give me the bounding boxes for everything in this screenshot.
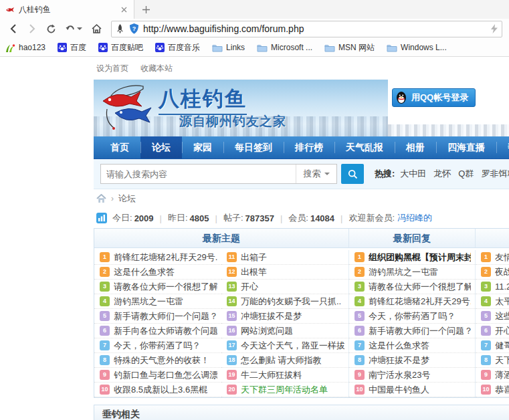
nav-live[interactable]: 四海直播 — [436, 136, 496, 159]
extra-list-item[interactable]: 8天下渔 — [476, 353, 509, 368]
nav-album[interactable]: 相册 — [395, 136, 436, 159]
set-home-link[interactable]: 设为首页 — [94, 63, 128, 74]
reply-list-item[interactable]: 6新手请教大师们一个问题？ — [349, 324, 475, 338]
extra-list-item[interactable]: 5这些是 — [476, 309, 509, 324]
topic-list-item[interactable]: 11出箱子 — [221, 250, 348, 265]
add-favorite-link[interactable]: 收藏本站 — [138, 63, 173, 74]
rank-badge: 8 — [354, 355, 365, 365]
nav-home[interactable]: 首页 — [99, 136, 140, 159]
reply-list-item[interactable]: 1组织团购黑棍【预计周末封.. — [349, 250, 475, 265]
back-button[interactable] — [4, 20, 23, 37]
topic-list-item[interactable]: 9钓新口鱼与老口鱼怎么调漂 — [94, 368, 221, 383]
hot-search-link[interactable]: 罗非饵料配方 — [481, 168, 509, 180]
topic-list-item[interactable]: 5新手请教大师们一个问题？ — [94, 309, 221, 324]
rank-badge: 18 — [227, 355, 237, 365]
baidu-paw-icon — [155, 43, 165, 52]
nav-weather[interactable]: 天气乱报 — [334, 136, 395, 159]
topic-list-item[interactable]: 16网站浏览问题 — [221, 324, 348, 338]
header-latest-replies[interactable]: 最新回复 — [348, 229, 475, 247]
speed-mode-rocket-icon[interactable] — [116, 24, 124, 34]
bookmark-folder-msn[interactable]: MSN 网站 — [324, 42, 375, 54]
hot-search-link[interactable]: 大中田 — [400, 168, 426, 180]
topic-list-item[interactable]: 3请教各位大师一个很想了解.. — [94, 280, 221, 294]
hot-search-link[interactable]: Q群 — [458, 168, 474, 180]
site-logo-fish-icon[interactable] — [96, 82, 158, 133]
topic-list-item[interactable]: 20天下群三周年活动名单 — [221, 383, 348, 397]
topic-list-item[interactable]: 13开心 — [221, 280, 348, 294]
extra-list-item[interactable]: 7健哥请 — [476, 338, 509, 353]
search-scope-dropdown[interactable]: 搜索 — [296, 165, 336, 183]
search-input[interactable] — [101, 169, 296, 179]
extra-list-item[interactable]: 9薄酒中 — [476, 368, 509, 383]
topic-list-item[interactable]: 19牛二大师狂拔料 — [221, 368, 348, 383]
topic-list-item[interactable]: 12出根竿 — [221, 265, 348, 280]
lightning-icon[interactable] — [491, 24, 498, 33]
svg-text:?: ? — [132, 25, 136, 32]
bookmark-folder-links[interactable]: Links — [212, 43, 245, 52]
extra-list-item[interactable]: 4太平街 — [476, 294, 509, 309]
topic-list-item[interactable]: 1前锋红花塘猪2礼拜天29号.. — [94, 250, 221, 265]
forward-button[interactable] — [23, 20, 41, 37]
extra-list-item[interactable]: 1友情提 — [476, 250, 509, 265]
qq-login-button[interactable]: 用QQ帐号登录 — [392, 88, 476, 107]
header-latest-topics[interactable]: 最新主题 — [94, 229, 348, 247]
reply-list-item[interactable]: 3请教各位大师一个很想了解.. — [349, 280, 475, 294]
hao123-icon — [5, 43, 15, 52]
topic-list-item[interactable]: 15冲塘狂拔不是梦 — [221, 309, 348, 324]
new-tab-button[interactable] — [134, 0, 157, 19]
bookmark-folder-microsoft[interactable]: Microsoft ... — [257, 43, 312, 52]
related-section-title[interactable]: 垂钓相关 — [94, 405, 509, 420]
extra-list-item[interactable]: 311.25 — [476, 280, 509, 294]
rank-badge: 10 — [481, 385, 491, 395]
address-bar[interactable]: ? http://www.baguifishing.com/forum.php — [111, 21, 502, 37]
bookmark-hao123[interactable]: hao123 — [5, 43, 45, 52]
topic-list-item[interactable]: 8特殊的天气意外的收获！ — [94, 353, 221, 368]
undo-button[interactable] — [60, 20, 87, 37]
home-button[interactable] — [87, 20, 106, 37]
bookmark-baidu-tieba[interactable]: 百度贴吧 — [98, 42, 143, 54]
nav-ranking[interactable]: 排行榜 — [284, 136, 334, 159]
tab-close-icon[interactable] — [118, 7, 130, 13]
home-icon[interactable] — [96, 194, 106, 203]
reply-list-item[interactable]: 10中国最牛钓鱼人 — [349, 383, 475, 397]
reply-list-item[interactable]: 8冲塘狂拔不是梦 — [349, 353, 475, 368]
stats-items: 今日:2009昨日:4805帖子:787357会员:14084 — [112, 212, 348, 224]
topic-list-item[interactable]: 18怎么删贴 请大师指教 — [221, 353, 348, 368]
reply-list-item[interactable]: 2游钓黑坑之一屯雷 — [349, 265, 475, 280]
topic-list-item[interactable]: 10收跟8.5成新以上3.6黑棍 — [94, 383, 221, 397]
hot-search-link[interactable]: 龙怀 — [433, 168, 451, 180]
search-button[interactable] — [341, 164, 364, 184]
bookmark-baidu-music[interactable]: 百度音乐 — [155, 42, 200, 54]
rank-badge: 4 — [100, 296, 110, 306]
rank-badge: 19 — [227, 370, 237, 380]
folder-icon — [324, 43, 335, 52]
nav-space[interactable]: 家园 — [182, 136, 223, 159]
bookmark-baidu[interactable]: 百度 — [58, 42, 86, 54]
breadcrumb-forum[interactable]: 论坛 — [118, 193, 136, 205]
bookmark-folder-windows[interactable]: Windows L... — [387, 43, 447, 52]
undo-dropdown-caret[interactable] — [77, 27, 82, 30]
topic-list-item[interactable]: 6新手向各位大师请教个问题 — [94, 324, 221, 338]
topic-list-item[interactable]: 17今天这个天气，路亚一样拔.. — [221, 338, 348, 353]
extra-list-item[interactable]: 6开心一 — [476, 324, 509, 338]
extra-list-item[interactable]: 10恭喜你 — [476, 383, 509, 397]
reply-list-item[interactable]: 4前锋红花塘猪2礼拜天29号.. — [349, 294, 475, 309]
nav-forum[interactable]: 论坛 — [140, 136, 182, 159]
reply-list-item[interactable]: 9南宁活水泉23号 — [349, 368, 475, 383]
extra-list-item[interactable]: 2夜战桂 — [476, 265, 509, 280]
url-text[interactable]: http://www.baguifishing.com/forum.php — [143, 23, 491, 34]
browser-tab[interactable]: 八桂钓鱼 — [0, 0, 134, 19]
reply-list-item[interactable]: 5今天，你带药酒了吗？ — [349, 309, 475, 324]
nav-daily-checkin[interactable]: 每日签到 — [223, 136, 284, 159]
topic-list-item[interactable]: 14万能的钓友赐予我一只抓.. — [221, 294, 348, 309]
topic-list-item[interactable]: 4游钓黑坑之一屯雷 — [94, 294, 221, 309]
refresh-button[interactable] — [41, 20, 60, 37]
topic-list-item[interactable]: 2这是什么鱼求答 — [94, 265, 221, 280]
security-shield-icon[interactable]: ? — [129, 23, 139, 34]
search-strip: 搜索 热搜: 大中田龙怀Q群罗非饵料配方柳 — [94, 159, 509, 189]
topic-list-item[interactable]: 7今天，你带药酒了吗？ — [94, 338, 221, 353]
stat-item: 会员:14084 — [288, 212, 348, 224]
new-member-link[interactable]: 冯绍峰的 — [397, 212, 432, 224]
reply-list-item[interactable]: 7这是什么鱼求答 — [349, 338, 475, 353]
nav-help[interactable]: 帮助 — [496, 136, 509, 159]
